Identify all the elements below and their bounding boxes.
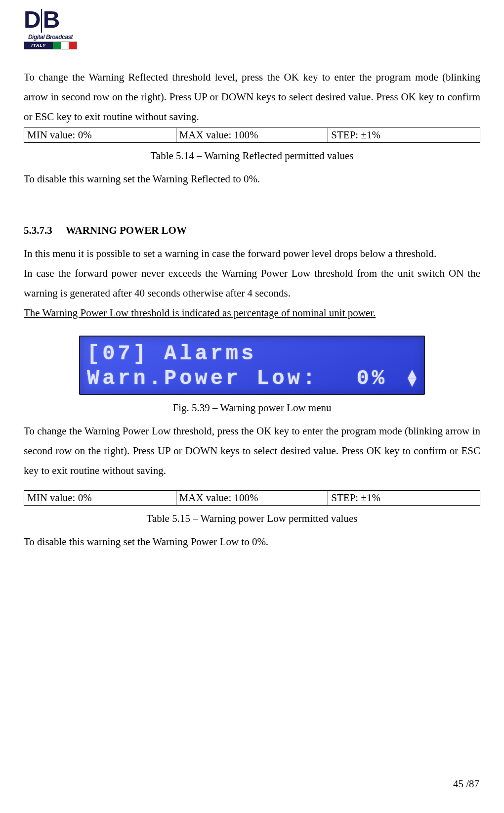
paragraph-delay: In case the forward power never exceeds … bbox=[24, 263, 480, 303]
logo-flag-icon: ITALY bbox=[24, 42, 77, 49]
table-power-low-values: MIN value: 0% MAX value: 100% STEP: ±1% bbox=[24, 490, 480, 506]
lcd-figure: [07] Alarms Warn.Power Low: 0% ▲▼ bbox=[79, 336, 425, 395]
paragraph-threshold-note: The Warning Power Low threshold is indic… bbox=[24, 303, 480, 323]
logo: DB Digital Broadcast ITALY bbox=[24, 9, 77, 49]
paragraph-disable-reflected: To disable this warning set the Warning … bbox=[24, 169, 480, 189]
section-number: 5.3.7.3 bbox=[24, 224, 63, 237]
paragraph-menu-intro: In this menu it is possible to set a war… bbox=[24, 244, 480, 263]
page: DB Digital Broadcast ITALY To change the… bbox=[0, 0, 504, 813]
paragraph-disable-power-low: To disable this warning set the Warning … bbox=[24, 532, 480, 552]
lcd-row-2: Warn.Power Low: 0% ▲▼ bbox=[87, 366, 417, 391]
cell-min: MIN value: 0% bbox=[24, 491, 176, 506]
table-warning-reflected-values: MIN value: 0% MAX value: 100% STEP: ±1% bbox=[24, 128, 480, 143]
logo-letters: DB bbox=[24, 9, 77, 33]
logo-subtitle: Digital Broadcast bbox=[24, 34, 77, 41]
lcd-row-2-label: Warn.Power Low: bbox=[87, 366, 318, 391]
lcd-row-1-text: [07] Alarms bbox=[87, 342, 256, 366]
table-caption-5-14: Table 5.14 – Warning Reflected permitted… bbox=[24, 150, 480, 162]
section-heading: 5.3.7.3 WARNING POWER LOW bbox=[24, 224, 480, 237]
cell-step: STEP: ±1% bbox=[328, 128, 480, 143]
figure-caption-5-39: Fig. 5.39 – Warning power Low menu bbox=[24, 402, 480, 414]
logo-flag-label: ITALY bbox=[24, 42, 53, 49]
lcd-screen: [07] Alarms Warn.Power Low: 0% ▲▼ bbox=[79, 336, 425, 395]
page-number: 45 /87 bbox=[453, 778, 479, 790]
lcd-row-1: [07] Alarms bbox=[87, 342, 417, 366]
cell-max: MAX value: 100% bbox=[176, 128, 328, 143]
paragraph-warning-reflected-change: To change the Warning Reflected threshol… bbox=[24, 67, 480, 127]
section-title: WARNING POWER LOW bbox=[66, 224, 187, 236]
table-caption-5-15: Table 5.15 – Warning power Low permitted… bbox=[24, 513, 480, 525]
cell-min: MIN value: 0% bbox=[24, 128, 176, 143]
updown-arrow-icon: ▲▼ bbox=[407, 370, 417, 387]
cell-max: MAX value: 100% bbox=[176, 491, 328, 506]
cell-step: STEP: ±1% bbox=[328, 491, 480, 506]
paragraph-power-low-change: To change the Warning Power Low threshol… bbox=[24, 421, 480, 480]
lcd-row-2-value: 0% bbox=[318, 366, 407, 391]
